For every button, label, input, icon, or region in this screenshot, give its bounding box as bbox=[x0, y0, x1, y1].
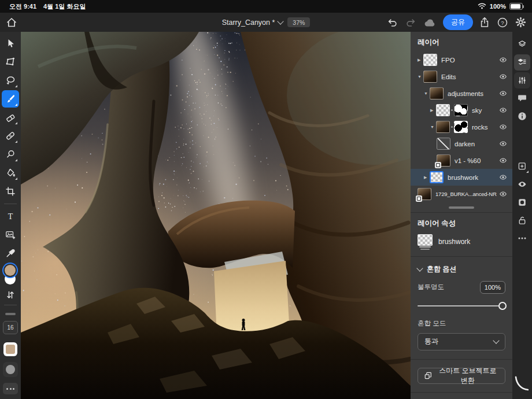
visibility-eye-icon[interactable] bbox=[497, 124, 512, 130]
place-photo-tool[interactable] bbox=[2, 226, 19, 243]
tool-options-handle[interactable] bbox=[5, 313, 16, 315]
smart-object-badge-icon bbox=[435, 162, 441, 168]
transform-tool[interactable] bbox=[2, 53, 19, 71]
layer-row[interactable]: ▶FPO bbox=[411, 51, 512, 68]
lasso-tool[interactable] bbox=[2, 72, 19, 89]
layer-row[interactable]: darken bbox=[411, 135, 512, 152]
layer-list: ▶FPO▼Edits▼adjustments▶sky▼rocksdarkenv1… bbox=[411, 51, 512, 202]
clone-stamp-tool[interactable] bbox=[2, 146, 19, 163]
layer-row[interactable]: ▼Edits bbox=[411, 68, 512, 85]
brush-opacity-preview[interactable] bbox=[3, 362, 18, 377]
task-bar bbox=[512, 32, 532, 399]
layer-visibility-button[interactable] bbox=[514, 176, 530, 193]
wifi-icon bbox=[478, 3, 486, 10]
photoshop-ipad-app: 오전 9:41 4월 1일 화요일 100% Starry_Canyon * 3… bbox=[0, 0, 532, 399]
layer-mask-thumbnail bbox=[454, 121, 468, 133]
layer-name: 1729_BURKA...anced-NR33 bbox=[435, 191, 497, 197]
subtool-indicator bbox=[15, 85, 17, 87]
toolbar-divider bbox=[4, 204, 17, 204]
info-button[interactable] bbox=[514, 108, 530, 124]
lock-layer-button[interactable] bbox=[514, 212, 530, 228]
help-button[interactable]: ? bbox=[496, 16, 509, 29]
layer-thumbnail bbox=[423, 71, 437, 83]
swap-colors-button[interactable] bbox=[2, 289, 19, 301]
disclosure-triangle[interactable]: ▼ bbox=[424, 91, 430, 95]
tool-more-button[interactable] bbox=[3, 383, 18, 394]
panel-resize-handle[interactable] bbox=[449, 206, 474, 209]
layer-name: rocks bbox=[472, 124, 497, 131]
disclosure-triangle[interactable]: ▶ bbox=[424, 175, 430, 180]
undo-button[interactable] bbox=[386, 16, 399, 28]
document-title[interactable]: Starry_Canyon * bbox=[222, 19, 283, 27]
convert-smart-object-button[interactable]: 스마트 오브젝트로 변환 bbox=[418, 368, 505, 384]
svg-text:?: ? bbox=[501, 19, 504, 25]
document-canvas[interactable] bbox=[21, 32, 411, 399]
brush-color-preview[interactable] bbox=[3, 342, 17, 356]
adjustments-button[interactable] bbox=[514, 72, 530, 88]
group-thumbnail bbox=[418, 234, 433, 250]
healing-brush-tool[interactable] bbox=[2, 127, 19, 145]
disclosure-triangle[interactable]: ▶ bbox=[418, 58, 423, 62]
add-layer-button[interactable] bbox=[514, 158, 530, 175]
layers-view-button[interactable] bbox=[514, 36, 530, 53]
type-tool[interactable]: T bbox=[2, 208, 19, 225]
layer-row[interactable]: ▼rocks bbox=[411, 119, 512, 135]
slider-knob[interactable] bbox=[498, 302, 507, 310]
disclosure-triangle[interactable]: ▶ bbox=[430, 108, 436, 113]
visibility-eye-icon[interactable] bbox=[497, 107, 512, 113]
foreground-color-swatch[interactable] bbox=[5, 265, 16, 276]
brush-tool[interactable] bbox=[2, 90, 19, 108]
blend-mode-dropdown[interactable]: 통과 bbox=[418, 333, 505, 350]
subtool-indicator bbox=[15, 141, 17, 143]
layer-row[interactable]: ▶sky bbox=[411, 102, 512, 119]
brush-size-value[interactable]: 16 bbox=[3, 321, 18, 334]
visibility-eye-icon[interactable] bbox=[497, 90, 512, 97]
zoom-level-badge[interactable]: 37% bbox=[287, 17, 310, 27]
layer-name: sky bbox=[472, 107, 497, 114]
export-button[interactable] bbox=[478, 16, 491, 29]
opacity-value[interactable]: 100% bbox=[480, 281, 505, 294]
battery-percent: 100% bbox=[490, 3, 506, 10]
subtool-indicator bbox=[15, 122, 17, 124]
more-options-button[interactable] bbox=[514, 230, 530, 246]
eraser-tool[interactable] bbox=[2, 109, 19, 126]
visibility-eye-icon[interactable] bbox=[497, 191, 512, 197]
move-tool[interactable] bbox=[2, 35, 19, 52]
layer-name: brushwork bbox=[448, 174, 497, 181]
visibility-eye-icon[interactable] bbox=[497, 57, 512, 63]
layer-row[interactable]: 1729_BURKA...anced-NR33 bbox=[411, 186, 512, 202]
selected-layer-summary: brushwork bbox=[411, 232, 512, 256]
disclosure-triangle[interactable]: ▼ bbox=[418, 75, 423, 79]
color-swatches[interactable] bbox=[2, 265, 19, 286]
visibility-eye-icon[interactable] bbox=[497, 174, 512, 180]
blend-mode-value: 통과 bbox=[424, 337, 438, 346]
disclosure-triangle[interactable]: ▼ bbox=[430, 125, 436, 129]
fill-tool[interactable] bbox=[2, 164, 19, 182]
layer-name: darken bbox=[455, 141, 497, 147]
layer-properties-button[interactable] bbox=[514, 54, 530, 71]
chevron-down-icon bbox=[493, 337, 499, 343]
effects-section[interactable]: 효과 bbox=[411, 393, 512, 399]
opacity-slider[interactable] bbox=[418, 302, 504, 310]
share-button[interactable]: 공유 bbox=[443, 14, 473, 30]
status-date: 4월 1일 화요일 bbox=[43, 2, 86, 11]
settings-gear-button[interactable] bbox=[514, 16, 527, 29]
comments-button[interactable] bbox=[514, 90, 530, 106]
add-mask-button[interactable] bbox=[514, 194, 530, 210]
subtool-indicator bbox=[15, 178, 17, 180]
slider-track bbox=[418, 305, 504, 306]
layer-row[interactable]: ▼adjustments bbox=[411, 85, 512, 102]
opacity-label: 불투명도 bbox=[418, 283, 444, 291]
battery-icon bbox=[509, 3, 523, 10]
eyedropper-tool[interactable] bbox=[2, 245, 19, 262]
layer-row[interactable]: ▶brushwork bbox=[411, 169, 512, 186]
redo-button[interactable] bbox=[404, 16, 418, 28]
layer-row[interactable]: v1 - %60 bbox=[411, 152, 512, 169]
home-button[interactable] bbox=[5, 16, 19, 29]
visibility-eye-icon[interactable] bbox=[497, 73, 512, 80]
visibility-eye-icon[interactable] bbox=[497, 157, 512, 164]
visibility-eye-icon[interactable] bbox=[497, 141, 512, 147]
crop-tool[interactable] bbox=[2, 183, 19, 200]
layers-panel-title: 레이어 bbox=[411, 32, 512, 51]
blend-options-section[interactable]: 혼합 옵션 bbox=[411, 257, 512, 280]
